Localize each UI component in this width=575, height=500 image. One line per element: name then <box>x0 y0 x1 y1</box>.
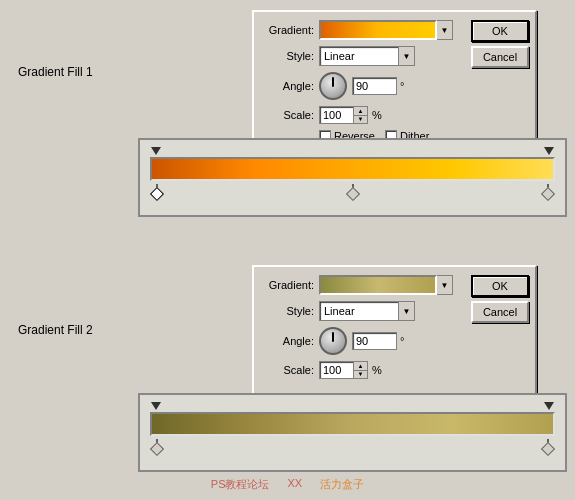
gradient-strip-2 <box>138 393 567 472</box>
scale-label-1: Scale: <box>262 109 314 121</box>
bottom-stop-left-2[interactable] <box>150 439 164 454</box>
angle-input-2[interactable] <box>352 332 397 350</box>
bottom-stop-mid-1[interactable] <box>346 184 360 199</box>
style-arrow-icon-1: ▼ <box>403 52 411 61</box>
bottom-stops-2 <box>150 439 555 454</box>
angle-knob-1[interactable] <box>319 72 347 100</box>
scale-input-1[interactable] <box>319 106 354 124</box>
angle-row-2: Angle: ° <box>262 327 529 355</box>
watermark-text3: 活力盒子 <box>320 477 364 492</box>
section1-label: Gradient Fill 1 <box>18 65 93 79</box>
knob-indicator-1 <box>332 77 334 87</box>
gradient-preview-1[interactable] <box>319 20 437 40</box>
scale-label-2: Scale: <box>262 364 314 376</box>
gradient-dropdown-btn-1[interactable]: ▼ <box>437 20 453 40</box>
top-stops-1 <box>150 146 555 156</box>
watermark-text2: XX <box>288 477 303 492</box>
top-stop-left-1[interactable] <box>150 146 162 156</box>
cancel-button-1[interactable]: Cancel <box>471 46 529 68</box>
percent-symbol-1: % <box>372 109 382 121</box>
degree-symbol-1: ° <box>400 80 404 92</box>
gradient-strip-1 <box>138 138 567 217</box>
angle-row-1: Angle: ° <box>262 72 529 100</box>
dropdown-arrow-icon-2: ▼ <box>441 281 449 290</box>
gradient-bar-1[interactable] <box>150 157 555 181</box>
spinner-down-2[interactable]: ▼ <box>354 371 367 379</box>
angle-label-1: Angle: <box>262 80 314 92</box>
scale-spinner-1: ▲ ▼ <box>354 106 368 124</box>
top-stops-2 <box>150 401 555 411</box>
bottom-stop-right-1[interactable] <box>541 184 555 199</box>
top-stop-left-2[interactable] <box>150 401 162 411</box>
section1: Gradient Fill 1 Gradient: ▼ Style: Linea… <box>0 0 575 250</box>
style-dropdown-2[interactable]: Linear <box>319 301 399 321</box>
scale-row-1: Scale: ▲ ▼ % <box>262 106 529 124</box>
spinner-up-1[interactable]: ▲ <box>354 107 367 116</box>
style-dropdown-1[interactable]: Linear <box>319 46 399 66</box>
percent-symbol-2: % <box>372 364 382 376</box>
knob-indicator-2 <box>332 332 334 342</box>
dropdown-arrow-icon-1: ▼ <box>441 26 449 35</box>
gradient-label-2: Gradient: <box>262 279 314 291</box>
gradient-preview-2[interactable] <box>319 275 437 295</box>
scale-row-2: Scale: ▲ ▼ % <box>262 361 529 379</box>
bottom-stop-left-1[interactable] <box>150 184 164 199</box>
gradient-label-1: Gradient: <box>262 24 314 36</box>
bottom-stop-right-2[interactable] <box>541 439 555 454</box>
cancel-button-2[interactable]: Cancel <box>471 301 529 323</box>
degree-symbol-2: ° <box>400 335 404 347</box>
top-stop-right-1[interactable] <box>543 146 555 156</box>
bottom-stops-1 <box>150 184 555 199</box>
spinner-up-2[interactable]: ▲ <box>354 362 367 371</box>
dialog-panel-1: Gradient: ▼ Style: Linear ▼ Angle: <box>252 10 537 152</box>
top-stop-right-2[interactable] <box>543 401 555 411</box>
style-dropdown-arrow-1[interactable]: ▼ <box>399 46 415 66</box>
ok-button-1[interactable]: OK <box>471 20 529 42</box>
section2: Gradient Fill 2 Gradient: ▼ Style: Linea… <box>0 255 575 500</box>
spinner-down-1[interactable]: ▼ <box>354 116 367 124</box>
style-arrow-icon-2: ▼ <box>403 307 411 316</box>
gradient-dropdown-btn-2[interactable]: ▼ <box>437 275 453 295</box>
section2-label: Gradient Fill 2 <box>18 323 93 337</box>
angle-input-1[interactable] <box>352 77 397 95</box>
dialog-panel-2: Gradient: ▼ Style: Linear ▼ Angle: <box>252 265 537 395</box>
style-dropdown-arrow-2[interactable]: ▼ <box>399 301 415 321</box>
gradient-bar-2[interactable] <box>150 412 555 436</box>
btn-group-2: OK Cancel <box>471 275 529 323</box>
scale-spinner-2: ▲ ▼ <box>354 361 368 379</box>
angle-knob-2[interactable] <box>319 327 347 355</box>
style-label-2: Style: <box>262 305 314 317</box>
watermark-text1: PS教程论坛 <box>211 477 270 492</box>
scale-input-2[interactable] <box>319 361 354 379</box>
btn-group-1: OK Cancel <box>471 20 529 68</box>
ok-button-2[interactable]: OK <box>471 275 529 297</box>
watermark: PS教程论坛 XX 活力盒子 <box>211 477 364 492</box>
style-label-1: Style: <box>262 50 314 62</box>
angle-label-2: Angle: <box>262 335 314 347</box>
